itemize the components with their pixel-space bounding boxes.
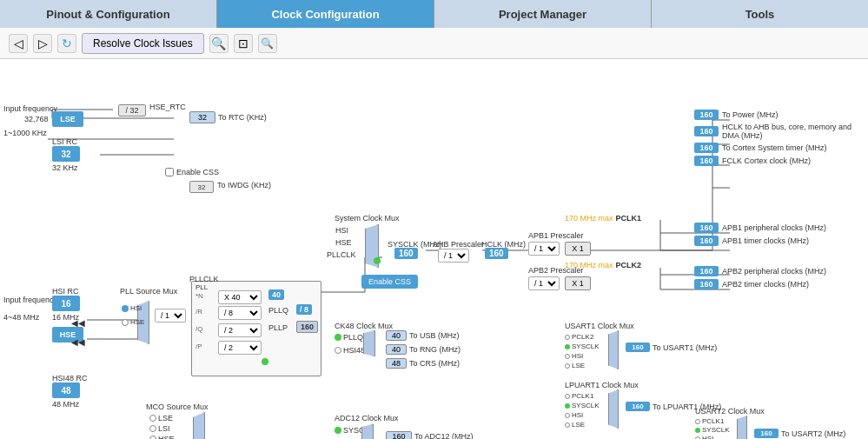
to-power-output: 160 To Power (MHz) (694, 110, 868, 120)
to-usart2-output: 160 To USART2 (MHz) (754, 429, 845, 438)
usart2-mux-shape[interactable] (737, 416, 747, 439)
apb2-prescaler-select[interactable]: / 1 (528, 276, 560, 290)
pllr-select[interactable]: / 8 (218, 306, 262, 318)
pll-mux-hsi-option[interactable]: HSI (122, 304, 142, 312)
lsi-rc-label: LSI RC (52, 137, 77, 146)
top-navigation: Pinout & Configuration Clock Configurati… (0, 0, 868, 28)
zoom-in-button[interactable]: 🔍 (209, 34, 229, 53)
pllm-divider[interactable]: / 1 (155, 309, 186, 323)
usart1-mux-shape[interactable] (608, 330, 619, 369)
cortex-timer-output: 160 To Cortex System timer (MHz) (694, 143, 868, 153)
enable-css-checkbox[interactable]: Enable CSS (165, 168, 219, 176)
apb1-timer-output: 160 APB1 timer clocks (MHz) (694, 236, 868, 246)
resolve-clock-issues-button[interactable]: Resolve Clock Issues (82, 33, 204, 54)
pll-green-dot (262, 358, 268, 367)
nav-tab-project[interactable]: Project Manager (434, 0, 652, 28)
ck48-mux-label: CK48 Clock Mux (335, 322, 393, 330)
input-freq-label2: Input frequency (3, 296, 57, 304)
sys-mux-dot (374, 257, 381, 266)
pll-mux-hse-option[interactable]: HSE (122, 318, 144, 326)
lpuart1-mux-inputs: PCLK1 SYSCLK HSI LSE (565, 392, 600, 429)
to-iwdg-label: To IWDG (KHz) (217, 181, 271, 190)
usart2-mux-label: USART2 Clock Mux (695, 407, 765, 416)
ahb-prescaler-select[interactable]: / 1 (438, 249, 469, 263)
to-rng-output: 40 To RNG (MHz) (386, 344, 461, 355)
sysclk-value: 160 (394, 249, 422, 263)
to-usb-output: 40 To USB (MHz) (386, 330, 460, 341)
hclk-ahb-output: 160 HCLK to AHB bus, core, memory and DM… (694, 123, 868, 140)
pllq-value: / 8 (296, 305, 312, 314)
hclk-value: 160 (485, 249, 513, 263)
lpuart1-mux-label: LPUART1 Clock Mux (565, 381, 639, 389)
hse-rtc-label: HSE_RTC (149, 103, 186, 111)
enable-css-top[interactable]: 32 (189, 181, 214, 193)
pllclk-label: PLLCLK (189, 275, 219, 283)
fit-button[interactable]: ⊡ (234, 34, 253, 53)
nav-tab-pinout[interactable]: Pinout & Configuration (0, 0, 217, 28)
refresh-button[interactable]: ↻ (57, 34, 76, 53)
lse-value: 32,768 (24, 115, 49, 123)
ck48-mux-shape[interactable] (363, 330, 375, 356)
adc12-mux-label: ADC12 Clock Mux (335, 414, 399, 422)
right-outputs: 160 To Power (MHz) 160 HCLK to AHB bus, … (694, 110, 868, 169)
usart1-mux-inputs: PCLK2 SYSCLK HSI LSE (565, 333, 600, 369)
pllp-select[interactable]: / 2 (218, 341, 262, 353)
clock-diagram: Input frequency 32,768 LSE 1~1000 KHz LS… (0, 59, 868, 439)
lsi-rc-hz: 32 KHz (52, 163, 78, 172)
ahb-prescaler-label: AHB Prescaler (433, 240, 484, 249)
mco-source-mux-label: MCO Source Mux (146, 402, 209, 411)
pclk2-label: 170 MHz max PCLK2 (565, 261, 641, 269)
nav-tab-tools[interactable]: Tools (652, 0, 868, 28)
apb1-outputs: 160 APB1 peripheral clocks (MHz) 160 APB… (694, 223, 868, 249)
usart2-mux-inputs: PCLK1 SYSCLK HSI LSE (695, 417, 730, 439)
to-usart1-output: 160 To USART1 (MHz) (626, 343, 717, 352)
hse-input-arrow: ◀◀ (71, 337, 85, 347)
enable-css-main-btn[interactable]: Enable CSS (361, 275, 418, 289)
zoom-out-button[interactable]: 🔍 (258, 34, 277, 53)
hsi48-mhz: 48 MHz (52, 400, 79, 409)
hsi48-rc-label: HSI48 RC (52, 374, 88, 382)
pllq-select[interactable]: / 2 (218, 323, 262, 336)
fclk-output: 160 FCLK Cortex clock (MHz) (694, 156, 868, 166)
plln-select[interactable]: X 40 (218, 290, 262, 303)
apb2-x1: X 1 (565, 276, 591, 290)
hse-div32[interactable]: / 32 (118, 104, 146, 116)
hsi-rc-value[interactable]: 16 (52, 296, 80, 311)
sys-mux-hse: HSE (335, 238, 352, 247)
mco-inputs: LSE LSI HSE HSI 16 PLLCLK (149, 414, 188, 439)
pllq-output-label: PLLP (268, 323, 288, 332)
apb1-periph-output: 160 APB1 peripheral clocks (MHz) (694, 223, 868, 233)
lpuart1-mux-shape[interactable] (608, 389, 619, 429)
pll-source-mux-label: PLL Source Mux (120, 287, 177, 296)
apb1-prescaler-select[interactable]: / 1 (528, 242, 560, 256)
ck48-hsi48-input: HSI48 (335, 346, 365, 355)
plln-label: *N (195, 292, 203, 300)
undo-button[interactable]: ◁ (9, 34, 28, 53)
plln-value: 40 (268, 290, 284, 299)
pclk1-label: 170 MHz max PCLK1 (565, 214, 641, 223)
nav-tab-clock[interactable]: Clock Configuration (217, 0, 434, 28)
apb2-timer-output: 160 APB2 timer clocks (MHz) (694, 279, 868, 289)
clock-diagram-canvas: Input frequency 32,768 LSE 1~1000 KHz LS… (0, 59, 868, 439)
mco-mux-shape[interactable] (193, 412, 205, 439)
to-crs-output: 48 To CRS (MHz) (386, 358, 460, 369)
redo-button[interactable]: ▷ (33, 34, 52, 53)
hsi48-value[interactable]: 48 (52, 382, 80, 398)
apb2-outputs: 160 APB2 peripheral clocks (MHz) 160 APB… (694, 266, 868, 292)
pllp-value: 160 (296, 323, 318, 331)
freq-range2: 4~48 MHz (3, 313, 39, 322)
pllr-output-label: PLLQ (268, 306, 288, 315)
lse-box[interactable]: LSE (52, 111, 83, 127)
sys-mux-pllclk: PLLCLK (327, 250, 356, 259)
input-freq-label-top: Input frequency (3, 104, 57, 113)
apb1-x1: X 1 (565, 242, 591, 256)
hsi-rc-label: HSI RC (52, 287, 79, 296)
lsi-rc-value[interactable]: 32 (52, 146, 80, 162)
toolbar: ◁ ▷ ↻ Resolve Clock Issues 🔍 ⊡ 🔍 (0, 28, 868, 59)
pllp-label: /P (195, 343, 202, 350)
pllr-label: /R (195, 308, 202, 316)
ck48-pllq-input: PLLQ (335, 333, 363, 342)
apb1-prescaler-label: APB1 Prescaler (528, 231, 584, 240)
to-adc12-output: 160 To ADC12 (MHz) (386, 431, 474, 439)
pllq-label: /Q (195, 325, 202, 333)
